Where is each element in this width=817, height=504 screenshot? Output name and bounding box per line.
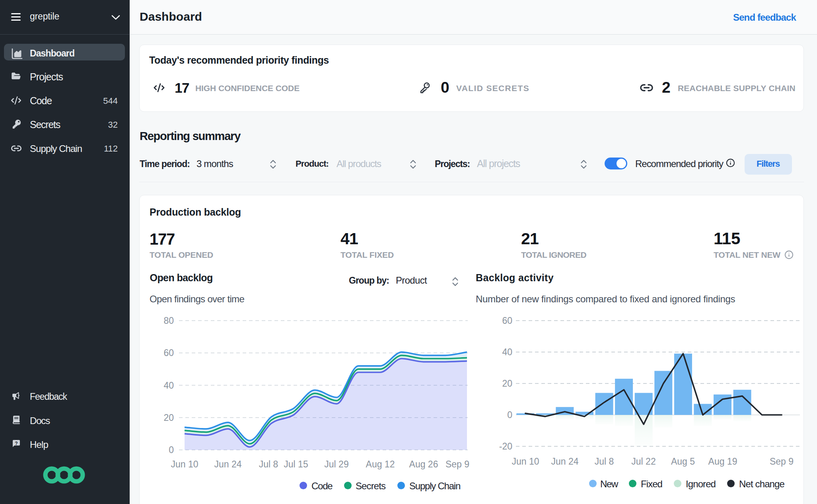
svg-text:Jul 8: Jul 8 <box>259 459 278 469</box>
svg-text:-20: -20 <box>499 441 512 451</box>
svg-text:80: 80 <box>163 315 174 326</box>
svg-text:40: 40 <box>163 380 174 391</box>
svg-text:Sep 9: Sep 9 <box>770 456 794 467</box>
svg-text:Jun 10: Jun 10 <box>171 459 198 469</box>
svg-text:Jun 24: Jun 24 <box>214 459 241 469</box>
svg-text:Jun 24: Jun 24 <box>551 456 578 467</box>
svg-text:Aug 19: Aug 19 <box>708 456 737 467</box>
svg-text:?: ? <box>15 441 18 446</box>
svg-text:Aug 26: Aug 26 <box>409 459 438 469</box>
svg-text:0: 0 <box>507 410 512 420</box>
svg-text:Jul 15: Jul 15 <box>284 459 308 469</box>
svg-text:Jun 10: Jun 10 <box>512 456 539 467</box>
svg-text:Jul 22: Jul 22 <box>631 456 656 467</box>
svg-text:Aug 12: Aug 12 <box>366 459 395 469</box>
svg-text:Jul 8: Jul 8 <box>595 456 614 467</box>
svg-text:Sep 9: Sep 9 <box>445 459 469 469</box>
svg-text:60: 60 <box>502 315 512 326</box>
svg-text:20: 20 <box>163 413 174 423</box>
svg-text:0: 0 <box>169 445 174 455</box>
svg-text:60: 60 <box>163 348 174 358</box>
svg-text:Jul 29: Jul 29 <box>324 459 348 469</box>
svg-text:Aug 5: Aug 5 <box>671 456 695 467</box>
svg-text:20: 20 <box>502 378 512 389</box>
svg-text:40: 40 <box>502 347 512 357</box>
